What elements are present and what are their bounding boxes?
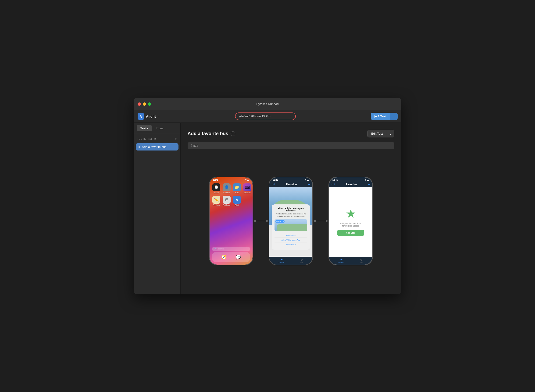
platform-badge[interactable]:  iOS <box>188 142 394 149</box>
info-icon[interactable]: i <box>231 131 235 136</box>
tabbar-stop-3: ⊙ Stop <box>360 258 363 263</box>
phone2-statusbar: 12:42 ▾ ▬ <box>269 177 312 182</box>
phone1-background: 12:41 ▾ ▬ ⌚ Watch <box>210 177 253 265</box>
phone-mockup-2: 12:42 ▾ ▬ Edit Favorites + <box>269 177 313 265</box>
phone3-nav: Edit Favorites + <box>329 182 372 187</box>
shortcuts-app-label: Shortcuts <box>244 192 251 193</box>
phone3-statusbar-right: ▾ ▬ <box>365 179 369 181</box>
tests-close-icon[interactable]: × <box>154 137 156 140</box>
sidebar: Tests Runs TESTS (1) × + ≡ Add a favorit… <box>134 123 181 294</box>
app-selector[interactable]: A Alight ⌄ <box>138 113 160 120</box>
phone3-content: ★ Add your favorite ridesfor quicker acc… <box>329 187 372 257</box>
wifi-icon: ▾ <box>245 179 246 181</box>
run-button-caret[interactable]: ⌄ <box>390 113 398 120</box>
phone1-statusbar-right: ▾ ▬ <box>245 179 249 181</box>
tabbar-favorites: ★ Favorites <box>279 258 285 263</box>
phone1-search-bar: 🔍 Search <box>212 247 250 251</box>
phone2-statusbar-right: ▾ ▬ <box>305 179 309 181</box>
battery-icon: ▬ <box>247 179 249 181</box>
phone3-statusbar: 12:45 ▾ ▬ <box>329 177 372 182</box>
run-button-group: ▶ 1 Test ⌄ <box>371 113 397 120</box>
tests-section-label: TESTS (1) × <box>137 137 156 140</box>
shortcuts-app-icon: ⌨ <box>243 183 251 191</box>
favorites-empty-text: Add your favorite ridesfor quicker acces… <box>340 222 361 227</box>
arrow-line-1 <box>255 221 267 221</box>
app-cell-alight: A Alight <box>233 196 241 206</box>
favorites-tab-icon: ★ <box>280 258 283 261</box>
alight-app-label: Alight <box>235 204 239 206</box>
wifi-icon-2: ▾ <box>305 179 306 181</box>
permission-dialog: Allow "Alight" to use your location? You… <box>272 204 310 250</box>
edit-test-button-group: Edit Test ⌄ <box>367 130 394 137</box>
contacts-app-label: Contacts <box>223 192 230 193</box>
phone2-nav-plus: + <box>308 182 310 186</box>
phone3-time: 12:45 <box>332 179 338 181</box>
titlebar: Bytesalt Runpad <box>134 98 401 110</box>
tab-runs[interactable]: Runs <box>153 125 167 131</box>
device-selector[interactable]: (default) iPhone 15 Pro ⌄ <box>235 112 296 120</box>
phone3-edit-link: Edit <box>331 183 335 186</box>
files-app-icon: 📁 <box>233 183 241 191</box>
add-test-button[interactable]: + <box>175 137 177 141</box>
allow-while-using-button[interactable]: Allow While Using App <box>275 238 307 242</box>
phone2-background: 12:42 ▾ ▬ Edit Favorites + <box>269 177 312 265</box>
mini-map-land <box>277 224 307 231</box>
search-label: Search <box>218 248 224 250</box>
battery-icon-3: ▬ <box>367 179 369 181</box>
device-name: (default) iPhone 15 Pro <box>239 115 271 118</box>
app-cell-watch: ⌚ Watch <box>212 183 220 193</box>
phone1-dock: 🧭 💬 <box>212 252 250 262</box>
phone2-tabbar: ★ Favorites ⊙ Stop <box>269 257 312 265</box>
arrow-line-2 <box>315 221 327 221</box>
permission-map-mini: Precise: On <box>275 219 307 231</box>
phone3-background: 12:45 ▾ ▬ Edit Favorites + ★ <box>329 177 372 265</box>
wifi-icon-3: ▾ <box>365 179 366 181</box>
phone1-time: 12:41 <box>213 179 218 181</box>
phone2-time: 12:42 <box>273 179 278 181</box>
permission-title: Allow "Alight" to use your location? <box>275 207 307 212</box>
phone1-statusbar: 12:41 ▾ ▬ <box>210 177 253 182</box>
run-button[interactable]: ▶ 1 Test <box>371 113 390 120</box>
contacts-app-icon: 👤 <box>223 183 231 191</box>
main-layout: Tests Runs TESTS (1) × + ≡ Add a favorit… <box>134 123 401 294</box>
app-name: Alight <box>146 114 156 118</box>
phone-mockup-3: 12:45 ▾ ▬ Edit Favorites + ★ <box>329 177 373 265</box>
device-dropdown-icon: ⌄ <box>289 115 291 118</box>
sidebar-item-add-favorite-bus[interactable]: ≡ Add a favorite bus <box>136 143 178 150</box>
app-dropdown-arrow-icon: ⌄ <box>158 115 160 118</box>
phone2-edit-link: Edit <box>272 183 275 186</box>
search-icon: 🔍 <box>214 248 217 250</box>
files-app-label: Files <box>235 192 239 193</box>
apple-logo-icon:  <box>191 144 192 147</box>
phone2-nav-title: Favorites <box>286 183 297 186</box>
dont-allow-button[interactable]: Don't Allow <box>275 242 307 247</box>
sidebar-section-header: TESTS (1) × + <box>134 134 180 143</box>
watch-app-label: Watch <box>214 192 219 193</box>
traffic-lights <box>138 103 151 106</box>
add-stop-button[interactable]: Add Stop <box>337 230 364 236</box>
stop-tab-label: Stop <box>300 262 303 263</box>
app-cell-webdriver: ⊞ WebDriver <box>223 196 231 206</box>
window-title: Bytesalt Runpad <box>256 102 278 106</box>
stop-tab-label-3: Stop <box>360 262 363 263</box>
precise-badge: Precise: On <box>275 220 285 223</box>
platform-label: iOS <box>193 144 199 147</box>
webdriver-app-icon: ⊞ <box>223 196 231 204</box>
content-area: Add a favorite bus i Edit Test ⌄  iOS <box>181 123 401 294</box>
tab-tests[interactable]: Tests <box>137 125 152 131</box>
content-title-row: Add a favorite bus i <box>188 131 235 136</box>
content-header: Add a favorite bus i Edit Test ⌄ <box>188 130 394 137</box>
fullscreen-button[interactable] <box>148 103 151 106</box>
test-item-icon: ≡ <box>139 145 140 149</box>
phone1-app-grid: ⌚ Watch 👤 Contacts 📁 Files <box>210 182 253 208</box>
app-cell-freeform: ✏️ Freeform <box>212 196 220 206</box>
edit-test-caret-button[interactable]: ⌄ <box>387 130 394 137</box>
phone-mockup-1: 12:41 ▾ ▬ ⌚ Watch <box>209 177 253 265</box>
minimize-button[interactable] <box>143 103 146 106</box>
edit-test-button[interactable]: Edit Test <box>368 130 387 137</box>
stop-tab-icon-3: ⊙ <box>360 258 363 261</box>
close-button[interactable] <box>138 103 141 106</box>
allow-once-button[interactable]: Allow Once <box>275 233 307 238</box>
app-cell-files: 📁 Files <box>233 183 241 193</box>
tabbar-favorites-3: ★ Favorites <box>339 258 344 263</box>
